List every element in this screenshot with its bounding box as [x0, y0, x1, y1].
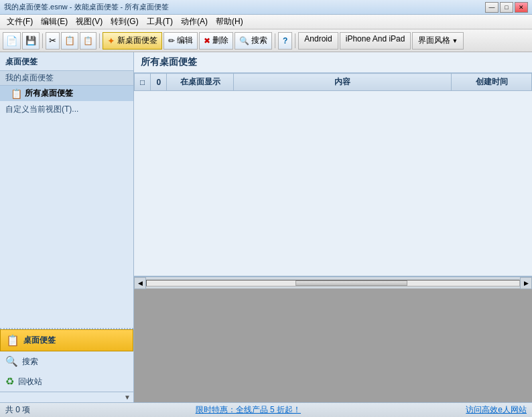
sidebar-group-my-notes: 我的桌面便签 — [0, 70, 133, 86]
status-promo-link[interactable]: 限时特惠：全线产品 5 折起！ — [196, 404, 301, 416]
ui-style-label: 界面风格 — [418, 35, 450, 46]
sidebar: 桌面便签 我的桌面便签 📋 所有桌面便签 自定义当前视图(T)... 📋 桌面便… — [0, 52, 134, 402]
table-header-row: □ 0 在桌面显示 内容 创建时间 — [135, 74, 532, 91]
table-col-check[interactable]: 0 — [151, 74, 167, 91]
sidebar-customize-label: 自定义当前视图(T)... — [5, 104, 78, 114]
notes-bottom-icon: 📋 — [6, 334, 19, 347]
toolbar-save-icon[interactable]: 💾 — [22, 32, 40, 50]
new-note-icon: ✦ — [107, 35, 115, 46]
toolbar-copy-icon[interactable]: 📋 — [61, 32, 78, 50]
edit-label: 编辑 — [177, 35, 193, 46]
menu-help[interactable]: 帮助(H) — [212, 15, 247, 29]
sidebar-scroll-down[interactable]: ▼ — [0, 392, 133, 402]
menu-tools[interactable]: 工具(T) — [143, 15, 177, 29]
scroll-left-button[interactable]: ◀ — [134, 277, 146, 289]
sidebar-bottom-search[interactable]: 🔍 搜索 — [0, 351, 133, 371]
search-button[interactable]: 🔍 搜索 — [235, 32, 272, 50]
sidebar-bottom-notes[interactable]: 📋 桌面便签 — [0, 329, 133, 351]
menu-edit[interactable]: 编辑(E) — [37, 15, 72, 29]
note-folder-icon: 📋 — [11, 88, 22, 99]
preview-area — [134, 288, 532, 402]
search-bottom-icon: 🔍 — [5, 355, 18, 367]
scroll-track[interactable] — [146, 280, 520, 286]
separator-3 — [275, 33, 275, 48]
paste-icon: 📋 — [83, 36, 93, 46]
recycle-bottom-label: 回收站 — [18, 376, 42, 388]
ui-style-button[interactable]: 界面风格 ▼ — [412, 32, 464, 50]
menu-file[interactable]: 文件(F) — [3, 15, 37, 29]
question-icon: ? — [283, 36, 287, 46]
window-controls: — □ ✕ — [485, 2, 528, 13]
ui-style-dropdown-icon: ▼ — [452, 37, 458, 44]
delete-icon: ✖ — [204, 36, 210, 46]
notes-bottom-label: 桌面便签 — [23, 335, 56, 346]
separator-2 — [99, 33, 100, 48]
content-header: 所有桌面便签 — [134, 52, 532, 73]
separator-1 — [42, 33, 43, 48]
menu-actions[interactable]: 动作(A) — [177, 15, 212, 29]
sidebar-group-label: 我的桌面便签 — [5, 73, 54, 82]
new-note-label: 新桌面便签 — [117, 35, 157, 46]
edit-button[interactable]: ✏ 编辑 — [163, 32, 198, 50]
title-bar: 我的桌面便签.esnw - 效能桌面便签 - 所有桌面便签 — □ ✕ — [0, 0, 532, 15]
search-bottom-label: 搜索 — [22, 356, 38, 367]
sidebar-spacer — [0, 118, 133, 328]
status-visit-link[interactable]: 访问高效e人网站 — [466, 404, 527, 416]
android-label: Android — [304, 34, 332, 44]
table-col-time[interactable]: 创建时间 — [452, 74, 532, 91]
save-icon: 💾 — [25, 35, 36, 46]
recycle-bottom-icon: ♻ — [5, 376, 14, 388]
file-icon: 📄 — [6, 35, 17, 46]
table-col-content[interactable]: 内容 — [234, 74, 452, 91]
search-label: 搜索 — [251, 35, 267, 46]
toolbar-cut-icon[interactable]: ✂ — [46, 32, 60, 50]
search-icon: 🔍 — [239, 36, 249, 46]
iphone-ipad-label: iPhone And iPad — [346, 34, 405, 44]
maximize-button[interactable]: □ — [500, 2, 513, 13]
table-container[interactable]: □ 0 在桌面显示 内容 创建时间 — [134, 73, 532, 276]
toolbar-paste-icon[interactable]: 📋 — [80, 32, 96, 50]
help-icon-button[interactable]: ? — [278, 32, 292, 50]
close-button[interactable]: ✕ — [515, 2, 528, 13]
table-col-icon[interactable]: □ — [135, 74, 151, 91]
sidebar-title: 桌面便签 — [0, 52, 133, 70]
notes-table: □ 0 在桌面显示 内容 创建时间 — [134, 73, 532, 91]
separator-4 — [295, 33, 295, 48]
toolbar-file-icon[interactable]: 📄 — [3, 32, 21, 50]
table-col-display[interactable]: 在桌面显示 — [167, 74, 234, 91]
content-title: 所有桌面便签 — [141, 56, 197, 67]
scroll-thumb[interactable] — [295, 280, 407, 286]
menu-goto[interactable]: 转到(G) — [107, 15, 142, 29]
scroll-down-icon: ▼ — [124, 394, 131, 401]
android-button[interactable]: Android — [298, 32, 338, 50]
copy-icon: 📋 — [64, 35, 75, 46]
scroll-right-button[interactable]: ▶ — [520, 277, 532, 289]
window-title: 我的桌面便签.esnw - 效能桌面便签 - 所有桌面便签 — [4, 2, 169, 12]
horizontal-scrollbar[interactable]: ◀ ▶ — [134, 276, 532, 288]
delete-label: 删除 — [212, 35, 228, 46]
menu-view[interactable]: 视图(V) — [72, 15, 107, 29]
menu-bar: 文件(F) 编辑(E) 视图(V) 转到(G) 工具(T) 动作(A) 帮助(H… — [0, 15, 532, 29]
sidebar-bottom-recycle[interactable]: ♻ 回收站 — [0, 371, 133, 392]
iphone-ipad-button[interactable]: iPhone And iPad — [340, 32, 411, 50]
new-note-button[interactable]: ✦ 新桌面便签 — [103, 32, 162, 50]
status-bar: 共 0 项 限时特惠：全线产品 5 折起！ 访问高效e人网站 — [0, 402, 532, 417]
edit-icon: ✏ — [168, 36, 175, 46]
delete-button[interactable]: ✖ 删除 — [199, 32, 233, 50]
sidebar-customize-link[interactable]: 自定义当前视图(T)... — [0, 101, 133, 118]
cut-icon: ✂ — [49, 35, 56, 46]
sidebar-bottom: 📋 桌面便签 🔍 搜索 ♻ 回收站 ▼ — [0, 328, 133, 402]
main-layout: 桌面便签 我的桌面便签 📋 所有桌面便签 自定义当前视图(T)... 📋 桌面便… — [0, 52, 532, 402]
toolbar: 📄 💾 ✂ 📋 📋 ✦ 新桌面便签 ✏ 编辑 ✖ 删除 🔍 搜索 ? Andro… — [0, 29, 532, 52]
content-area: 所有桌面便签 □ 0 在桌面显示 — [134, 52, 532, 402]
sidebar-item-all-notes[interactable]: 📋 所有桌面便签 — [0, 86, 133, 101]
sidebar-all-notes-label: 所有桌面便签 — [25, 88, 73, 99]
minimize-button[interactable]: — — [485, 2, 498, 13]
status-item-count: 共 0 项 — [5, 404, 30, 416]
